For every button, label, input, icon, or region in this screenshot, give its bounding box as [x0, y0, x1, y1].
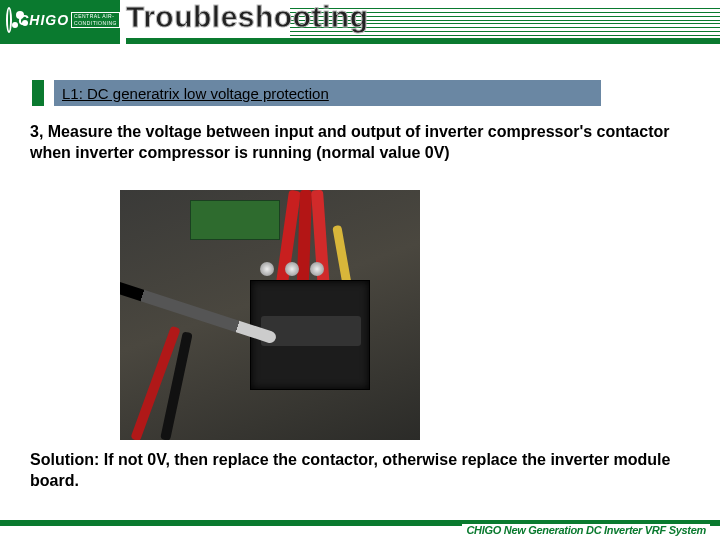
terminal-icon — [260, 262, 274, 276]
page-title: Troubleshooting — [126, 0, 368, 34]
contactor-photo — [120, 190, 420, 440]
terminal-icon — [310, 262, 324, 276]
brand-logo-block: CHIGO CENTRAL AIR-CONDITIONING — [0, 0, 120, 40]
brand-subtitle: CENTRAL AIR-CONDITIONING — [71, 12, 120, 28]
terminal-icon — [285, 262, 299, 276]
chigo-logo-icon — [6, 7, 12, 33]
header-divider — [0, 38, 720, 44]
error-code-label: L1: DC generatrix low voltage protection — [54, 80, 601, 106]
solution-text: Solution: If not 0V, then replace the co… — [30, 450, 690, 492]
circuit-board-icon — [190, 200, 280, 240]
step-instruction: 3, Measure the voltage between input and… — [30, 122, 690, 164]
section-marker — [32, 80, 44, 106]
brand-name: CHIGO — [18, 12, 69, 28]
footer-text: CHIGO New Generation DC Inverter VRF Sys… — [462, 524, 710, 540]
slide-header: CHIGO CENTRAL AIR-CONDITIONING Troublesh… — [0, 0, 720, 60]
